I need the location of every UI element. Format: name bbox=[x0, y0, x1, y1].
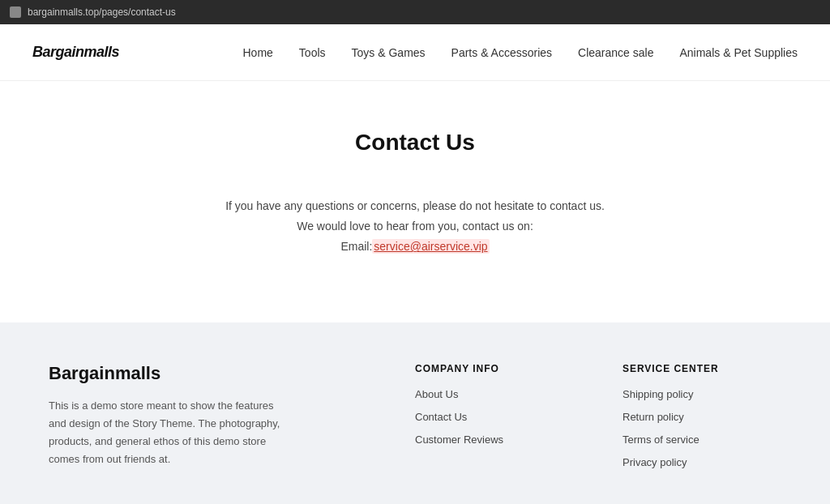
footer-link-customer-reviews[interactable]: Customer Reviews bbox=[415, 434, 503, 446]
site-nav: Home Tools Toys & Games Parts & Accessor… bbox=[243, 46, 798, 59]
footer-service-center-title: SERVICE CENTER bbox=[622, 363, 781, 374]
favicon-icon bbox=[10, 6, 21, 18]
contact-email-line: Email:service@airservice.vip bbox=[16, 237, 814, 257]
contact-body: If you have any questions or concerns, p… bbox=[16, 196, 814, 258]
footer-link-contact-us[interactable]: Contact Us bbox=[415, 411, 467, 423]
contact-line2: We would love to hear from you, contact … bbox=[16, 216, 814, 237]
email-link[interactable]: service@airservice.vip bbox=[372, 239, 489, 254]
site-header: Bargainmalls Home Tools Toys & Games Par… bbox=[0, 24, 830, 81]
browser-url: bargainmalls.top/pages/contact-us bbox=[28, 6, 176, 18]
footer-link-shipping[interactable]: Shipping policy bbox=[622, 388, 693, 400]
nav-toys-games[interactable]: Toys & Games bbox=[352, 46, 426, 59]
footer-company-info: COMPANY INFO About Us Contact Us Custome… bbox=[415, 363, 574, 478]
footer-company-links: About Us Contact Us Customer Reviews bbox=[415, 387, 574, 446]
email-label: Email: bbox=[340, 240, 372, 253]
nav-tools[interactable]: Tools bbox=[299, 46, 326, 59]
footer-service-center: SERVICE CENTER Shipping policy Return po… bbox=[622, 363, 781, 478]
footer-link-privacy[interactable]: Privacy policy bbox=[622, 456, 687, 468]
footer-link-return[interactable]: Return policy bbox=[622, 411, 684, 423]
nav-parts-accessories[interactable]: Parts & Accessories bbox=[451, 46, 553, 59]
site-footer: Bargainmalls This is a demo store meant … bbox=[0, 322, 830, 504]
contact-line1: If you have any questions or concerns, p… bbox=[16, 196, 814, 216]
nav-home[interactable]: Home bbox=[243, 46, 273, 59]
footer-company-info-title: COMPANY INFO bbox=[415, 363, 574, 374]
footer-link-about-us[interactable]: About Us bbox=[415, 388, 458, 400]
footer-brand-name: Bargainmalls bbox=[49, 363, 366, 384]
footer-brand-desc: This is a demo store meant to show the f… bbox=[49, 397, 292, 468]
footer-service-links: Shipping policy Return policy Terms of s… bbox=[622, 387, 781, 468]
nav-animals-pet[interactable]: Animals & Pet Supplies bbox=[679, 46, 798, 59]
nav-clearance-sale[interactable]: Clearance sale bbox=[578, 46, 653, 59]
footer-brand: Bargainmalls This is a demo store meant … bbox=[49, 363, 366, 478]
main-content: Contact Us If you have any questions or … bbox=[0, 81, 830, 322]
page-title: Contact Us bbox=[16, 130, 814, 156]
site-logo[interactable]: Bargainmalls bbox=[32, 44, 119, 61]
footer-link-terms[interactable]: Terms of service bbox=[622, 434, 700, 446]
browser-bar: bargainmalls.top/pages/contact-us bbox=[0, 0, 830, 24]
